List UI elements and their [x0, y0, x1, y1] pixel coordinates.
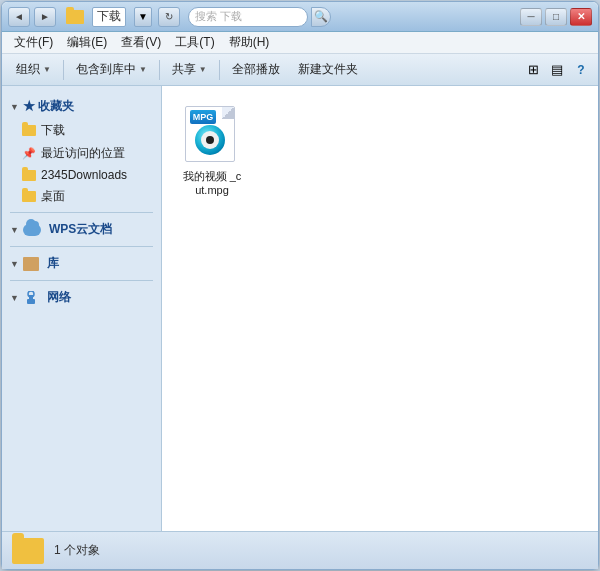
sidebar-favorites-section: ▼ ★ 收藏夹 下载 📌 最近访问的位置 2345Downloads [2, 94, 161, 208]
share-button[interactable]: 共享 ▼ [164, 58, 215, 82]
menu-tools[interactable]: 工具(T) [169, 32, 220, 53]
sidebar-library-section: ▼ 库 [2, 251, 161, 276]
address-bar[interactable]: 下载 [92, 7, 126, 27]
network-label: 网络 [47, 289, 71, 306]
library-chevron-icon: ▼ [10, 259, 19, 269]
sidebar-network-header[interactable]: ▼ 网络 [2, 285, 161, 310]
toolbar-separator-3 [219, 60, 220, 80]
organize-button[interactable]: 组织 ▼ [8, 58, 59, 82]
sidebar-divider-3 [10, 280, 153, 281]
favorites-chevron-icon: ▼ [10, 102, 19, 112]
cloud-icon [23, 224, 41, 236]
sidebar-item-recent-label: 最近访问的位置 [41, 145, 125, 162]
address-dropdown[interactable]: ▼ [134, 7, 152, 27]
sidebar-network-section: ▼ 网络 [2, 285, 161, 310]
sidebar-cloud-section: ▼ WPS云文档 [2, 217, 161, 242]
status-bar: 1 个对象 [2, 531, 598, 569]
network-icon [23, 291, 39, 305]
toolbar-separator-2 [159, 60, 160, 80]
sidebar-item-desktop-label: 桌面 [41, 188, 65, 205]
include-lib-arrow-icon: ▼ [139, 65, 147, 74]
share-arrow-icon: ▼ [199, 65, 207, 74]
sidebar-cloud-header[interactable]: ▼ WPS云文档 [2, 217, 161, 242]
status-count: 1 个对象 [54, 542, 100, 559]
forward-button[interactable]: ► [34, 7, 56, 27]
sidebar-item-desktop[interactable]: 桌面 [2, 185, 161, 208]
cloud-label: WPS云文档 [49, 221, 112, 238]
content-area: MPG 我的视频 _cut.mpg [162, 86, 598, 531]
sidebar: ▼ ★ 收藏夹 下载 📌 最近访问的位置 2345Downloads [2, 86, 162, 531]
title-bar-left: ◄ ► 下载 ▼ ↻ 搜索 下载 🔍 [8, 7, 331, 27]
view-change-button[interactable]: ⊞ [522, 59, 544, 81]
menu-edit[interactable]: 编辑(E) [61, 32, 113, 53]
desktop-folder-icon [22, 191, 36, 202]
mpg-logo [195, 125, 225, 155]
sidebar-library-header[interactable]: ▼ 库 [2, 251, 161, 276]
title-bar: ◄ ► 下载 ▼ ↻ 搜索 下载 🔍 ─ □ ✕ [2, 2, 598, 32]
sidebar-item-2345[interactable]: 2345Downloads [2, 165, 161, 185]
file-grid: MPG 我的视频 _cut.mpg [172, 96, 588, 208]
sidebar-item-2345-label: 2345Downloads [41, 168, 127, 182]
sidebar-divider-1 [10, 212, 153, 213]
menu-bar: 文件(F) 编辑(E) 查看(V) 工具(T) 帮助(H) [2, 32, 598, 54]
sidebar-item-downloads-label: 下载 [41, 122, 65, 139]
toolbar-separator-1 [63, 60, 64, 80]
menu-view[interactable]: 查看(V) [115, 32, 167, 53]
help-button[interactable]: ? [570, 59, 592, 81]
mpg-logo-face [201, 131, 219, 149]
cloud-chevron-icon: ▼ [10, 225, 19, 235]
back-button[interactable]: ◄ [8, 7, 30, 27]
window: ◄ ► 下载 ▼ ↻ 搜索 下载 🔍 ─ □ ✕ 文件(F) 编辑(E) 查看(… [1, 1, 599, 570]
view-buttons: ⊞ ▤ ? [522, 59, 592, 81]
status-folder-icon [12, 538, 44, 564]
main-area: ▼ ★ 收藏夹 下载 📌 最近访问的位置 2345Downloads [2, 86, 598, 531]
close-button[interactable]: ✕ [570, 8, 592, 26]
include-lib-button[interactable]: 包含到库中 ▼ [68, 58, 155, 82]
search-bar: 搜索 下载 [188, 7, 308, 27]
refresh-button[interactable]: ↻ [158, 7, 180, 27]
mpg-icon-paper: MPG [185, 106, 235, 162]
toolbar: 组织 ▼ 包含到库中 ▼ 共享 ▼ 全部播放 新建文件夹 ⊞ ▤ ? [2, 54, 598, 86]
library-label: 库 [47, 255, 59, 272]
file-name: 我的视频 _cut.mpg [182, 169, 242, 198]
network-chevron-icon: ▼ [10, 293, 19, 303]
sidebar-divider-2 [10, 246, 153, 247]
sidebar-item-downloads[interactable]: 下载 [2, 119, 161, 142]
search-button[interactable]: 🔍 [311, 7, 331, 27]
mpg-icon: MPG [185, 106, 239, 166]
new-folder-button[interactable]: 新建文件夹 [290, 58, 366, 82]
sidebar-favorites-header[interactable]: ▼ ★ 收藏夹 [2, 94, 161, 119]
sidebar-item-recent[interactable]: 📌 最近访问的位置 [2, 142, 161, 165]
maximize-button[interactable]: □ [545, 8, 567, 26]
address-text: 下载 [97, 8, 121, 25]
2345-folder-icon [22, 170, 36, 181]
svg-rect-0 [27, 299, 35, 304]
menu-help[interactable]: 帮助(H) [223, 32, 276, 53]
window-controls: ─ □ ✕ [520, 8, 592, 26]
favorites-label: ★ 收藏夹 [23, 98, 74, 115]
menu-file[interactable]: 文件(F) [8, 32, 59, 53]
view-pane-button[interactable]: ▤ [546, 59, 568, 81]
organize-arrow-icon: ▼ [43, 65, 51, 74]
file-item-mpg[interactable]: MPG 我的视频 _cut.mpg [176, 100, 248, 204]
minimize-button[interactable]: ─ [520, 8, 542, 26]
recent-pin-icon: 📌 [22, 147, 36, 161]
mpg-label: MPG [190, 110, 216, 124]
title-folder-icon [66, 10, 84, 24]
library-icon [23, 257, 39, 271]
downloads-folder-icon [22, 125, 36, 136]
search-placeholder: 搜索 下载 [195, 9, 242, 24]
play-all-button[interactable]: 全部播放 [224, 58, 288, 82]
